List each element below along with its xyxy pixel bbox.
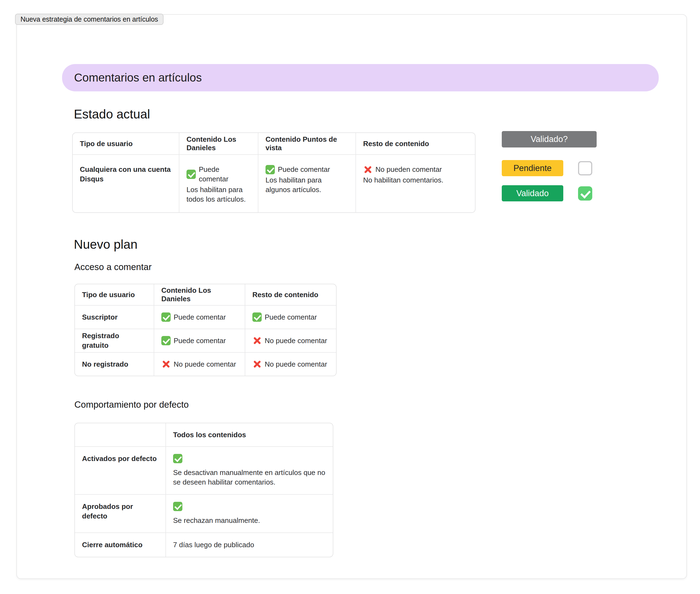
column-header-tipo-usuario: Tipo de usuario xyxy=(75,284,154,305)
page-title-banner: Comentarios en artículos xyxy=(62,64,659,91)
check-emoji xyxy=(161,312,171,322)
column-header-resto-de-contenido: Resto de contenido xyxy=(245,284,336,305)
acceso-a-comentar-table: Tipo de usuario Contenido Los Danieles R… xyxy=(74,284,337,376)
validado-checkbox[interactable] xyxy=(578,186,592,201)
validado-button[interactable]: Validado xyxy=(502,185,563,201)
row-label: Registrado gratuito xyxy=(75,329,154,352)
table-cell: Puede comentar Los habilitan para alguno… xyxy=(258,155,355,212)
row-label: Cierre automático xyxy=(75,533,166,557)
column-header-todos-los-contenidos: Todos los contenidos xyxy=(166,423,333,446)
table-row-activados-por-defecto: Activados por defecto Se desactivan manu… xyxy=(75,446,333,494)
check-emoji xyxy=(252,312,262,322)
table-row-registrado-gratuito: Registrado gratuito Puede comentar No pu… xyxy=(75,329,336,352)
table-cell: No pueden comentar No habilitan comentar… xyxy=(355,155,475,212)
column-header-empty xyxy=(75,423,166,446)
table-cell: Puede comentar xyxy=(245,306,336,329)
check-emoji xyxy=(266,165,275,174)
pendiente-option-row: Pendiente xyxy=(502,160,597,176)
check-emoji xyxy=(186,170,196,179)
cell-note: Los habilitan para algunos artículos. xyxy=(266,175,348,195)
comportamiento-por-defecto-table: Todos los contenidos Activados por defec… xyxy=(74,423,333,557)
status-text: Puede comentar xyxy=(199,165,251,184)
table-row: Cualquiera con una cuenta Disqus Puede c… xyxy=(73,154,475,212)
table-cell: Se rechazan manualmente. xyxy=(166,495,333,532)
table-cell: Puede comentar xyxy=(154,306,245,329)
cell-note: 7 días luego de publicado xyxy=(173,540,326,550)
cell-note: No habilitan comentarios. xyxy=(363,175,468,185)
status-text: No pueden comentar xyxy=(376,165,442,174)
subsection-title-comportamiento-por-defecto: Comportamiento por defecto xyxy=(74,399,189,410)
section-title-estado-actual: Estado actual xyxy=(74,107,150,122)
cell-note: Se rechazan manualmente. xyxy=(173,516,326,525)
pendiente-button[interactable]: Pendiente xyxy=(502,160,563,176)
cell-note: Se desactivan manualmente en artículos q… xyxy=(173,468,326,487)
check-emoji xyxy=(173,502,182,511)
table-cell: 7 días luego de publicado xyxy=(166,533,333,557)
status-text: Puede comentar xyxy=(265,312,317,322)
page-title: Comentarios en artículos xyxy=(74,71,202,84)
table-cell: Se desactivan manualmente en artículos q… xyxy=(166,447,333,494)
table-cell: Puede comentar xyxy=(154,329,245,352)
column-header-contenido-los-danieles: Contenido Los Danieles xyxy=(154,284,245,305)
table-header-row: Todos los contenidos xyxy=(75,423,333,446)
section-title-nuevo-plan: Nuevo plan xyxy=(74,237,138,252)
check-emoji xyxy=(173,454,182,463)
table-row-suscriptor: Suscriptor Puede comentar Puede comentar xyxy=(75,305,336,329)
row-label: Cualquiera con una cuenta Disqus xyxy=(73,155,179,212)
validation-panel: Validado? Pendiente Validado xyxy=(502,131,597,201)
status-text: No puede comentar xyxy=(265,336,327,345)
table-cell: No puede comentar xyxy=(154,353,245,376)
subsection-title-acceso-a-comentar: Acceso a comentar xyxy=(74,262,151,272)
frame-title-label: Nueva estrategia de comentarios en artíc… xyxy=(21,15,158,23)
table-header-row: Tipo de usuario Contenido Los Danieles R… xyxy=(75,284,336,305)
cross-emoji xyxy=(161,360,171,369)
table-cell: No puede comentar xyxy=(245,329,336,352)
row-label: No registrado xyxy=(75,353,154,376)
status-text: Puede comentar xyxy=(278,165,330,174)
column-header-contenido-los-danieles: Contenido Los Danieles xyxy=(179,133,258,154)
table-row-aprobados-por-defecto: Aprobados por defecto Se rechazan manual… xyxy=(75,494,333,532)
cross-emoji xyxy=(252,360,262,369)
cell-note: Los habilitan para todos los artículos. xyxy=(186,185,251,204)
check-emoji xyxy=(161,336,171,345)
column-header-tipo-usuario: Tipo de usuario xyxy=(73,133,179,154)
table-header-row: Tipo de usuario Contenido Los Danieles C… xyxy=(73,133,475,154)
frame-title-tab[interactable]: Nueva estrategia de comentarios en artíc… xyxy=(15,14,164,25)
row-label: Aprobados por defecto xyxy=(75,495,166,532)
status-text: Puede comentar xyxy=(174,312,226,322)
pendiente-checkbox[interactable] xyxy=(578,161,592,175)
cross-emoji xyxy=(363,165,373,174)
validado-question-button[interactable]: Validado? xyxy=(502,131,597,147)
column-header-resto-de-contenido: Resto de contenido xyxy=(355,133,475,154)
validado-option-row: Validado xyxy=(502,185,597,201)
cross-emoji xyxy=(252,336,262,345)
row-label: Suscriptor xyxy=(75,306,154,329)
column-header-contenido-puntos-de-vista: Contenido Puntos de vista xyxy=(258,133,355,154)
status-text: No puede comentar xyxy=(265,360,327,369)
status-text: No puede comentar xyxy=(174,360,236,369)
row-label: Activados por defecto xyxy=(75,447,166,494)
table-row-no-registrado: No registrado No puede comentar No puede… xyxy=(75,352,336,376)
whiteboard-frame: Comentarios en artículos Estado actual T… xyxy=(16,14,687,579)
estado-actual-table: Tipo de usuario Contenido Los Danieles C… xyxy=(72,132,476,213)
status-text: Puede comentar xyxy=(174,336,226,345)
table-cell: Puede comentar Los habilitan para todos … xyxy=(179,155,258,212)
table-cell: No puede comentar xyxy=(245,353,336,376)
table-row-cierre-automatico: Cierre automático 7 días luego de public… xyxy=(75,532,333,557)
